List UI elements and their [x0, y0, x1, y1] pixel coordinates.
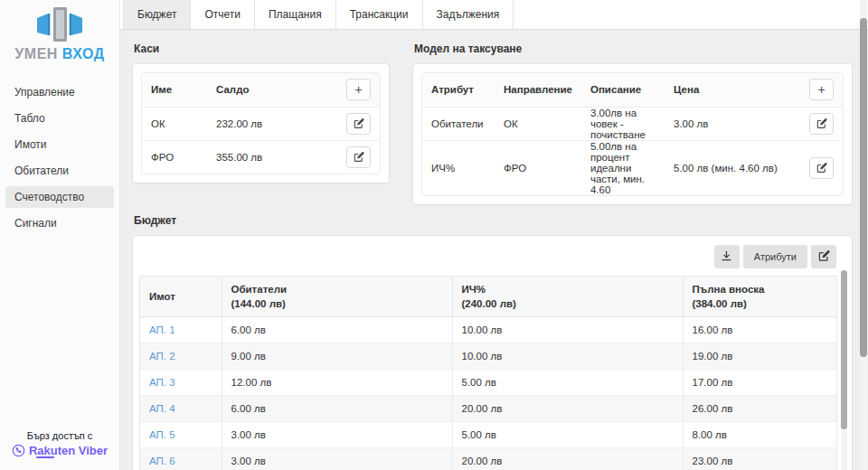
sidebar-item-residents[interactable]: Обитатели — [5, 160, 114, 182]
viber-label: Rakuten Viber — [29, 444, 108, 457]
sidebar: УМЕН ВХОД Управление Табло Имоти Обитате… — [0, 0, 120, 470]
sidebar-item-signals[interactable]: Сигнали — [5, 212, 114, 234]
budget-header-residents-total: (144.00 лв) — [231, 296, 443, 311]
tab-obligations[interactable]: Задължения — [423, 0, 514, 29]
tab-budget[interactable]: Бюджет — [123, 0, 191, 29]
tax-rule-row: Обитатели ОК 3.00лв на човек - почистван… — [422, 107, 843, 140]
add-cash-desk-button[interactable]: + — [346, 79, 371, 100]
cash-header-balance: Салдо — [207, 73, 337, 107]
budget-header-ideal-parts: ИЧ% — [462, 282, 674, 296]
budget-header-ideal-parts-total: (240.00 лв) — [462, 296, 674, 311]
sidebar-item-dashboard[interactable]: Табло — [5, 108, 114, 129]
edit-cash-desk-button[interactable] — [346, 113, 371, 135]
cash-desk-name: ФРО — [142, 140, 207, 174]
cash-desk-balance: 355.00 лв — [207, 140, 337, 174]
app-window: УМЕН ВХОД Управление Табло Имоти Обитате… — [0, 0, 868, 470]
property-link[interactable]: АП. 6 — [149, 456, 175, 466]
property-link[interactable]: АП. 5 — [149, 429, 175, 440]
budget-title: Бюджет — [134, 214, 853, 227]
model-header-description: Описание — [581, 73, 665, 107]
model-header-attribute: Атрибут — [422, 73, 495, 107]
tax-rule-description: 3.00лв на човек - почистване — [581, 107, 665, 140]
tab-reports[interactable]: Отчети — [191, 0, 255, 29]
buildings-logo-icon — [31, 6, 89, 42]
cash-header-name: Име — [142, 73, 207, 107]
edit-icon — [354, 152, 364, 163]
residents-amount: 6.00 лв — [222, 316, 452, 343]
sidebar-item-accounting[interactable]: Счетоводство — [5, 186, 114, 208]
tab-transactions[interactable]: Трансакции — [336, 0, 423, 29]
property-link[interactable]: АП. 1 — [149, 324, 175, 335]
add-tax-rule-button[interactable]: + — [809, 79, 834, 100]
brand-logo: УМЕН ВХОД — [0, 0, 119, 61]
edit-budget-button[interactable] — [811, 245, 836, 268]
budget-header-property: Имот — [140, 277, 222, 317]
budget-table: Имот Обитатели (144.00 лв) ИЧ% (240.00 л… — [139, 276, 837, 470]
edit-icon — [818, 250, 830, 262]
tax-rule-price: 5.00 лв (мин. 4.60 лв) — [665, 140, 800, 195]
viber-link[interactable]: Rakuten Viber — [12, 444, 108, 457]
page-scrollbar[interactable] — [860, 0, 867, 470]
main-area: Бюджет Отчети Плащания Трансакции Задълж… — [120, 0, 868, 470]
full-installment-amount: 8.00 лв — [683, 421, 836, 447]
content-area: Каси Име Салдо + — [120, 30, 868, 470]
tax-rule-row: ИЧ% ФРО 5.00лв на процент идеални части,… — [422, 140, 843, 195]
model-header-price: Цена — [665, 73, 800, 107]
edit-cash-desk-button[interactable] — [346, 146, 371, 168]
edit-icon — [816, 118, 827, 129]
tax-model-title: Модел на таксуване — [414, 42, 853, 55]
cash-desk-balance: 232.00 лв — [207, 107, 337, 140]
budget-scrollbar-thumb[interactable] — [841, 270, 847, 429]
property-link[interactable]: АП. 4 — [149, 403, 175, 414]
cash-desks-title: Каси — [134, 42, 390, 55]
cash-desk-row: ФРО 355.00 лв — [142, 140, 380, 174]
tab-payments[interactable]: Плащания — [255, 0, 336, 29]
cash-desk-name: ОК — [142, 107, 207, 140]
ideal-parts-amount: 20.00 лв — [452, 395, 683, 421]
full-installment-amount: 19.00 лв — [683, 343, 836, 369]
download-budget-button[interactable] — [714, 245, 740, 268]
residents-amount: 9.00 лв — [222, 343, 452, 369]
viber-quick-access: Бърз достъп с Rakuten Viber — [0, 430, 119, 461]
ideal-parts-amount: 20.00 лв — [452, 447, 683, 470]
ideal-parts-amount: 5.00 лв — [452, 369, 683, 395]
property-link[interactable]: АП. 3 — [149, 377, 175, 388]
budget-toolbar: Атрибути — [139, 245, 836, 268]
tax-rule-attribute: ИЧ% — [422, 140, 495, 195]
edit-tax-rule-button[interactable] — [809, 157, 834, 179]
full-installment-amount: 17.00 лв — [683, 369, 836, 395]
residents-amount: 3.00 лв — [222, 421, 452, 447]
cash-desks-card: Име Салдо + ОК 232.00 лв — [132, 63, 390, 183]
budget-card: Атрибути Имот Обитатели (144.00 лв) — [132, 235, 853, 470]
edit-tax-rule-button[interactable] — [809, 113, 834, 135]
tax-rule-direction: ФРО — [495, 140, 581, 195]
budget-section: Бюджет Атрибути Имот — [132, 214, 853, 470]
ideal-parts-amount: 10.00 лв — [452, 316, 683, 343]
edit-icon — [354, 118, 364, 129]
residents-amount: 3.00 лв — [222, 447, 452, 470]
property-link[interactable]: АП. 2 — [149, 351, 175, 362]
budget-header-full-installment-total: (384.00 лв) — [693, 296, 828, 311]
page-scrollbar-thumb[interactable] — [860, 18, 867, 357]
sidebar-item-properties[interactable]: Имоти — [5, 134, 114, 155]
tax-rule-price: 3.00 лв — [665, 107, 800, 140]
budget-row: АП. 2 9.00 лв 10.00 лв 19.00 лв — [140, 343, 836, 369]
budget-row: АП. 4 6.00 лв 20.00 лв 26.00 лв — [140, 395, 836, 421]
ideal-parts-amount: 10.00 лв — [452, 343, 683, 369]
sidebar-item-management[interactable]: Управление — [5, 81, 114, 103]
attributes-button[interactable]: Атрибути — [743, 245, 807, 268]
tax-rule-description: 5.00лв на процент идеални части, мин. 4.… — [581, 140, 665, 195]
download-icon — [721, 250, 732, 262]
tax-rule-attribute: Обитатели — [422, 107, 495, 140]
accounting-tabbar: Бюджет Отчети Плащания Трансакции Задълж… — [120, 0, 868, 30]
budget-table-scrollbar[interactable] — [841, 270, 847, 470]
viber-icon — [12, 444, 25, 457]
cash-desk-row: ОК 232.00 лв — [142, 107, 380, 140]
budget-row: АП. 6 3.00 лв 20.00 лв 23.00 лв — [140, 447, 836, 470]
tax-model-section: Модел на таксуване Атрибут Направление О… — [412, 40, 853, 205]
full-installment-amount: 23.00 лв — [683, 447, 836, 470]
full-installment-amount: 26.00 лв — [683, 395, 836, 421]
budget-row: АП. 3 12.00 лв 5.00 лв 17.00 лв — [140, 369, 836, 395]
tax-rule-direction: ОК — [495, 107, 581, 140]
tax-model-card: Атрибут Направление Описание Цена + — [412, 63, 853, 205]
